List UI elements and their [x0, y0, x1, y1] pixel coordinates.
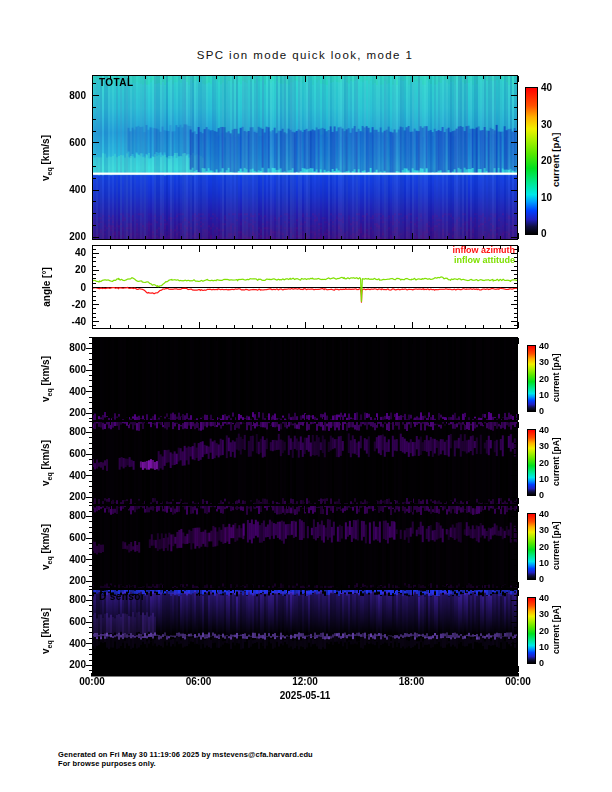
total-label: TOTAL	[99, 77, 133, 88]
y-tick-label: 200	[42, 406, 86, 419]
colorbar-label: current [pA]	[551, 428, 563, 495]
total-spectrogram-canvas	[86, 69, 524, 246]
x-axis-tick-label: 06:00	[186, 676, 212, 687]
y-tick-label: 400	[42, 553, 86, 566]
inflow-angle-panel: inflow azimuth inflow attitude angle [°]…	[92, 245, 518, 329]
colorbar-sensor-2	[527, 429, 536, 496]
d-sensor-label: D sensor	[99, 591, 145, 602]
colorbar-tick-label: 30	[539, 356, 549, 368]
y-tick-label: 600	[42, 615, 86, 628]
colorbar-label: current [pA]	[551, 596, 563, 663]
colorbar-tick-label: 10	[539, 641, 549, 653]
footer-browse-line: For browse purposes only.	[58, 760, 313, 769]
y-tick-label: 0	[42, 281, 86, 294]
plot-title: SPC ion mode quick look, mode 1	[92, 49, 518, 61]
x-axis-tick-label: 12:00	[292, 676, 318, 687]
colorbar-tick-label: 10	[539, 473, 549, 485]
y-tick-label: 600	[42, 531, 86, 544]
colorbar-tick-label: 30	[539, 440, 549, 452]
legend-inflow-attitude: inflow attitude	[453, 256, 516, 266]
angle-legend: inflow azimuth inflow attitude	[453, 246, 516, 265]
y-tick-label: 600	[42, 447, 86, 460]
y-tick-label: 400	[42, 637, 86, 650]
y-tick-label: 200	[42, 230, 86, 243]
colorbar-tick-label: 40	[539, 592, 549, 604]
y-tick-label: 400	[42, 385, 86, 398]
colorbar-tick-label: 0	[539, 573, 544, 585]
sensor-spectrogram-canvas-2	[86, 415, 524, 511]
colorbar-total	[525, 87, 538, 235]
y-tick-label: 800	[42, 425, 86, 438]
y-tick-label: 20	[42, 263, 86, 276]
total-spectrogram-panel: TOTAL veq [km/s] 200400600800	[92, 75, 518, 240]
sensor-spectrogram-panel-1: veq [km/s] 200400600800	[92, 337, 518, 421]
colorbar-tick-label: 20	[539, 541, 549, 553]
colorbar-tick-label: 0	[539, 657, 544, 669]
spc-quicklook-page: SPC ion mode quick look, mode 1 TOTAL ve…	[0, 0, 612, 792]
colorbar-tick-label: 40	[539, 340, 549, 352]
y-tick-label: -40	[42, 315, 86, 328]
y-tick-label: 200	[42, 658, 86, 671]
y-tick-label: 800	[42, 341, 86, 354]
sensor-d-spectrogram-canvas	[86, 583, 524, 679]
y-tick-label: 800	[42, 89, 86, 102]
sensor-d-spectrogram-panel: D sensor veq [km/s] 200400600800	[92, 589, 518, 673]
sensor-spectrogram-canvas-1	[86, 331, 524, 427]
colorbar-sensor-d	[527, 597, 536, 664]
date-label: 2025-05-11	[280, 690, 331, 701]
x-axis-tick-label: 00:00	[505, 676, 531, 687]
colorbar-tick-label: 10	[539, 557, 549, 569]
colorbar-tick-label: 20	[539, 625, 549, 637]
colorbar-tick-label: 40	[539, 508, 549, 520]
y-tick-label: 400	[42, 183, 86, 196]
y-tick-label: 40	[42, 246, 86, 259]
colorbar-tick-label: 0	[539, 489, 544, 501]
colorbar-tick-label: 30	[539, 608, 549, 620]
y-tick-label: 200	[42, 574, 86, 587]
footer: Generated on Fri May 30 11:19:06 2025 by…	[58, 751, 313, 768]
y-tick-label: 800	[42, 593, 86, 606]
colorbar-tick-label: 20	[541, 155, 552, 167]
y-tick-label: 600	[42, 363, 86, 376]
colorbar-label: current [pA]	[551, 344, 563, 411]
colorbar-tick-label: 20	[539, 457, 549, 469]
colorbar-tick-label: 20	[539, 373, 549, 385]
colorbar-tick-label: 0	[541, 228, 547, 240]
colorbar-sensor-3	[527, 513, 536, 580]
sensor-spectrogram-canvas-3	[86, 499, 524, 595]
y-tick-label: -20	[42, 298, 86, 311]
x-axis-tick-label: 18:00	[399, 676, 425, 687]
y-tick-label: 800	[42, 509, 86, 522]
colorbar-tick-label: 0	[539, 405, 544, 417]
colorbar-tick-label: 30	[539, 524, 549, 536]
colorbar-tick-label: 40	[539, 424, 549, 436]
sensor-spectrogram-panel-2: veq [km/s] 200400600800	[92, 421, 518, 505]
sensor-spectrogram-panel-3: veq [km/s] 200400600800	[92, 505, 518, 589]
colorbar-label: current [pA]	[551, 512, 563, 579]
y-tick-label: 200	[42, 490, 86, 503]
y-tick-label: 600	[42, 136, 86, 149]
colorbar-tick-label: 30	[541, 119, 552, 131]
colorbar-tick-label: 10	[541, 192, 552, 204]
colorbar-sensor-1	[527, 345, 536, 412]
colorbar-tick-label: 10	[539, 389, 549, 401]
colorbar-tick-label: 40	[541, 82, 552, 94]
x-axis-tick-label: 00:00	[79, 676, 105, 687]
y-tick-label: 400	[42, 469, 86, 482]
